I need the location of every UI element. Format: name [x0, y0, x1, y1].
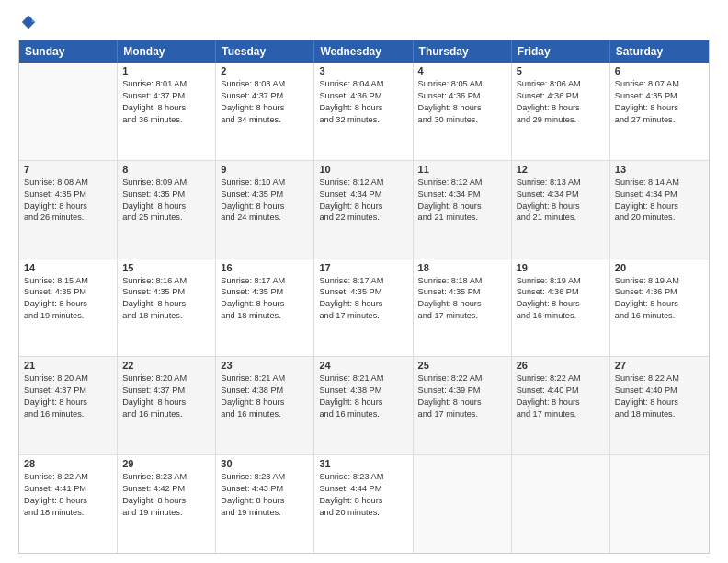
- cell-info-line: Sunrise: 8:06 AM: [517, 78, 605, 90]
- cell-info-line: and 17 minutes.: [517, 408, 605, 420]
- cell-info-line: Sunset: 4:34 PM: [615, 189, 704, 201]
- calendar-row-0: 1Sunrise: 8:01 AMSunset: 4:37 PMDaylight…: [19, 63, 709, 160]
- cell-info-line: and 25 minutes.: [122, 212, 210, 224]
- cell-info-line: and 16 minutes.: [517, 310, 605, 322]
- cell-info-line: and 22 minutes.: [319, 212, 407, 224]
- cell-info-line: Daylight: 8 hours: [319, 396, 407, 408]
- cell-info-line: and 20 minutes.: [319, 507, 407, 519]
- weekday-header-saturday: Saturday: [610, 40, 709, 63]
- cell-info-line: Sunrise: 8:22 AM: [517, 373, 605, 385]
- day-number: 14: [24, 262, 112, 273]
- calendar-cell: 16Sunrise: 8:17 AMSunset: 4:35 PMDayligh…: [216, 259, 314, 357]
- cell-info-line: Daylight: 8 hours: [24, 201, 112, 213]
- day-number: 17: [319, 262, 407, 273]
- cell-info-line: and 24 minutes.: [221, 212, 309, 224]
- weekday-header-wednesday: Wednesday: [314, 40, 413, 63]
- calendar-cell: 29Sunrise: 8:23 AMSunset: 4:42 PMDayligh…: [118, 455, 216, 553]
- cell-info-line: Sunset: 4:38 PM: [221, 385, 309, 396]
- cell-info-line: Sunset: 4:35 PM: [221, 286, 309, 298]
- calendar-header-row: SundayMondayTuesdayWednesdayThursdayFrid…: [19, 40, 709, 63]
- cell-info-line: Sunrise: 8:03 AM: [221, 78, 309, 90]
- cell-info-line: Sunset: 4:36 PM: [517, 90, 605, 102]
- cell-info-line: Sunrise: 8:23 AM: [122, 471, 210, 483]
- cell-info-line: Sunset: 4:36 PM: [615, 286, 704, 298]
- weekday-header-sunday: Sunday: [19, 40, 118, 63]
- calendar-cell: 20Sunrise: 8:19 AMSunset: 4:36 PMDayligh…: [610, 259, 709, 357]
- calendar-cell: 7Sunrise: 8:08 AMSunset: 4:35 PMDaylight…: [19, 161, 118, 259]
- cell-info-line: Daylight: 8 hours: [24, 298, 112, 310]
- cell-info-line: Daylight: 8 hours: [221, 396, 309, 408]
- cell-info-line: Sunrise: 8:18 AM: [418, 275, 506, 287]
- cell-info-line: Sunrise: 8:13 AM: [517, 177, 605, 189]
- cell-info-line: Sunset: 4:37 PM: [24, 385, 112, 396]
- calendar-row-1: 7Sunrise: 8:08 AMSunset: 4:35 PMDaylight…: [19, 160, 709, 259]
- cell-info-line: and 30 minutes.: [418, 114, 506, 126]
- cell-info-line: Daylight: 8 hours: [221, 298, 309, 310]
- cell-info-line: Daylight: 8 hours: [122, 396, 210, 408]
- cell-info-line: Daylight: 8 hours: [122, 298, 210, 310]
- day-number: 3: [319, 65, 407, 76]
- cell-info-line: and 29 minutes.: [517, 114, 605, 126]
- weekday-header-thursday: Thursday: [414, 40, 512, 63]
- calendar-cell: [19, 63, 118, 160]
- calendar-cell: 11Sunrise: 8:12 AMSunset: 4:34 PMDayligh…: [414, 161, 512, 259]
- cell-info-line: and 27 minutes.: [615, 114, 704, 126]
- day-number: 8: [122, 164, 210, 175]
- cell-info-line: Sunset: 4:36 PM: [319, 90, 407, 102]
- calendar-cell: 5Sunrise: 8:06 AMSunset: 4:36 PMDaylight…: [512, 63, 610, 160]
- cell-info-line: and 36 minutes.: [122, 114, 210, 126]
- cell-info-line: Daylight: 8 hours: [418, 102, 506, 114]
- day-number: 6: [615, 65, 704, 76]
- calendar-cell: 22Sunrise: 8:20 AMSunset: 4:37 PMDayligh…: [118, 357, 216, 454]
- cell-info-line: and 19 minutes.: [221, 507, 309, 519]
- cell-info-line: Sunset: 4:34 PM: [319, 189, 407, 201]
- day-number: 29: [122, 458, 210, 469]
- cell-info-line: Sunset: 4:35 PM: [221, 189, 309, 201]
- cell-info-line: Daylight: 8 hours: [122, 495, 210, 507]
- calendar-cell: [610, 455, 709, 553]
- cell-info-line: Sunset: 4:34 PM: [418, 189, 506, 201]
- cell-info-line: Sunrise: 8:21 AM: [319, 373, 407, 385]
- cell-info-line: Sunset: 4:35 PM: [122, 286, 210, 298]
- calendar-cell: 17Sunrise: 8:17 AMSunset: 4:35 PMDayligh…: [314, 259, 413, 357]
- cell-info-line: Daylight: 8 hours: [517, 102, 605, 114]
- cell-info-line: and 18 minutes.: [122, 310, 210, 322]
- calendar-cell: 9Sunrise: 8:10 AMSunset: 4:35 PMDaylight…: [216, 161, 314, 259]
- cell-info-line: Sunset: 4:35 PM: [122, 189, 210, 201]
- cell-info-line: Sunrise: 8:08 AM: [24, 177, 112, 189]
- cell-info-line: Sunset: 4:37 PM: [221, 90, 309, 102]
- cell-info-line: Sunrise: 8:19 AM: [615, 275, 704, 287]
- calendar-cell: [512, 455, 610, 553]
- cell-info-line: Daylight: 8 hours: [319, 201, 407, 213]
- logo-icon: [20, 14, 37, 30]
- day-number: 7: [24, 164, 112, 175]
- cell-info-line: and 21 minutes.: [517, 212, 605, 224]
- cell-info-line: Sunrise: 8:16 AM: [122, 275, 210, 287]
- cell-info-line: Daylight: 8 hours: [122, 201, 210, 213]
- day-number: 2: [221, 65, 309, 76]
- cell-info-line: Sunset: 4:38 PM: [319, 385, 407, 396]
- cell-info-line: Sunrise: 8:14 AM: [615, 177, 704, 189]
- cell-info-line: Sunset: 4:40 PM: [615, 385, 704, 396]
- calendar-cell: 30Sunrise: 8:23 AMSunset: 4:43 PMDayligh…: [216, 455, 314, 553]
- day-number: 21: [24, 360, 112, 371]
- weekday-header-monday: Monday: [118, 40, 216, 63]
- cell-info-line: Sunrise: 8:15 AM: [24, 275, 112, 287]
- cell-info-line: and 32 minutes.: [319, 114, 407, 126]
- cell-info-line: Sunset: 4:42 PM: [122, 483, 210, 495]
- calendar-cell: 10Sunrise: 8:12 AMSunset: 4:34 PMDayligh…: [314, 161, 413, 259]
- cell-info-line: Sunrise: 8:17 AM: [221, 275, 309, 287]
- cell-info-line: Sunset: 4:41 PM: [24, 483, 112, 495]
- calendar-cell: 23Sunrise: 8:21 AMSunset: 4:38 PMDayligh…: [216, 357, 314, 454]
- day-number: 5: [517, 65, 605, 76]
- calendar-row-4: 28Sunrise: 8:22 AMSunset: 4:41 PMDayligh…: [19, 454, 709, 553]
- cell-info-line: Sunset: 4:39 PM: [418, 385, 506, 396]
- page-header: [18, 14, 710, 30]
- cell-info-line: Daylight: 8 hours: [319, 298, 407, 310]
- cell-info-line: and 19 minutes.: [122, 507, 210, 519]
- cell-info-line: Sunrise: 8:23 AM: [221, 471, 309, 483]
- cell-info-line: Sunrise: 8:21 AM: [221, 373, 309, 385]
- cell-info-line: Daylight: 8 hours: [122, 102, 210, 114]
- cell-info-line: Sunset: 4:36 PM: [517, 286, 605, 298]
- day-number: 23: [221, 360, 309, 371]
